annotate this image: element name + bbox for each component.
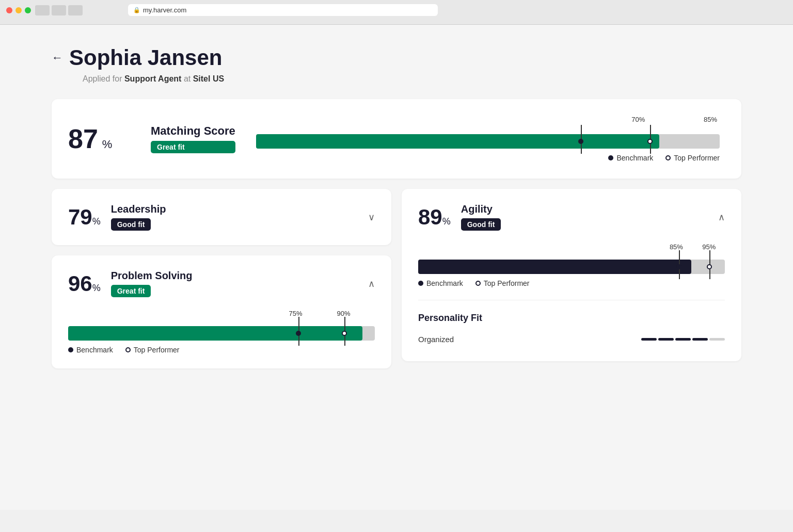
- at-text: at: [181, 74, 193, 83]
- left-column: 79 % Leadership Good fit ∨: [52, 189, 391, 368]
- agility-benchmark-legend-dot: [418, 281, 423, 286]
- agility-score: 89: [418, 205, 442, 230]
- problem-solving-info: Problem Solving Great fit: [111, 270, 193, 297]
- problem-solving-header: 96 % Problem Solving Great fit ∧: [68, 270, 375, 297]
- back-nav-button[interactable]: [35, 5, 50, 15]
- agility-divider: [418, 300, 725, 300]
- agility-badge: Good fit: [461, 218, 501, 231]
- agility-score-area: 89 %: [418, 205, 451, 230]
- nav-buttons: [35, 5, 83, 15]
- agility-left: 89 % Agility Good fit: [418, 203, 501, 231]
- minimize-button[interactable]: [15, 7, 22, 13]
- applied-prefix: Applied for: [83, 74, 124, 83]
- ps-bar-legend: Benchmark Top Performer: [68, 346, 375, 354]
- matching-score-card: 87 % Matching Score Great fit 70% 85%: [52, 99, 741, 179]
- agility-bar-legend: Benchmark Top Performer: [418, 279, 725, 287]
- ps-bar-fill: [68, 326, 362, 341]
- top-performer-legend: Top Performer: [665, 154, 720, 162]
- matching-score-percent: %: [102, 138, 113, 151]
- back-arrow-button[interactable]: ←: [52, 51, 63, 65]
- score-section: 87 %: [68, 123, 130, 154]
- personality-fit-section: Personality Fit Organized: [418, 313, 725, 347]
- ps-top-performer-legend: Top Performer: [125, 346, 180, 354]
- right-column: 89 % Agility Good fit ∧ 85% 95%: [402, 189, 741, 368]
- leadership-name: Leadership: [111, 203, 166, 215]
- refresh-button[interactable]: [68, 5, 83, 15]
- agility-benchmark-legend-label: Benchmark: [426, 279, 463, 287]
- benchmark-legend-dot: [608, 155, 613, 160]
- lock-icon: 🔒: [133, 7, 140, 13]
- bar-fill: [256, 134, 659, 149]
- matching-score-label: Matching Score: [151, 124, 235, 138]
- top-performer-dot: [647, 139, 653, 144]
- agility-benchmark-label: 85%: [670, 243, 683, 251]
- forward-nav-button[interactable]: [52, 5, 66, 15]
- leadership-percent: %: [92, 216, 101, 227]
- ps-benchmark-legend: Benchmark: [68, 346, 113, 354]
- ps-benchmark-label: 75%: [289, 310, 303, 317]
- address-bar[interactable]: 🔒 my.harver.com: [128, 4, 438, 16]
- agility-header: 89 % Agility Good fit ∧: [418, 203, 725, 231]
- traffic-lights: [6, 7, 31, 13]
- leadership-score-area: 79 %: [68, 205, 101, 230]
- bar-legend: Benchmark Top Performer: [256, 154, 720, 162]
- top-performer-legend-label: Top Performer: [674, 154, 720, 162]
- url-text: my.harver.com: [143, 6, 186, 14]
- leadership-score: 79: [68, 205, 92, 230]
- p-bar-3: [675, 338, 691, 341]
- matching-score-number: 87: [68, 123, 98, 154]
- matching-bar-area: 70% 85% Benchmark Top P: [256, 116, 725, 162]
- p-bar-4: [692, 338, 708, 341]
- score-info: Matching Score Great fit: [151, 124, 235, 153]
- top-performer-label: 85%: [704, 116, 717, 123]
- agility-name: Agility: [461, 203, 501, 215]
- leadership-chevron-icon[interactable]: ∨: [368, 212, 375, 223]
- agility-bar-fill: [418, 260, 691, 274]
- problem-solving-card: 96 % Problem Solving Great fit ∧ 75%: [52, 255, 391, 368]
- page-header: ← Sophia Jansen Applied for Support Agen…: [52, 45, 741, 84]
- leadership-left: 79 % Leadership Good fit: [68, 203, 166, 231]
- personality-bars: [641, 338, 725, 341]
- leadership-card: 79 % Leadership Good fit ∨: [52, 189, 391, 245]
- benchmark-label: 70%: [631, 116, 645, 123]
- ps-benchmark-legend-label: Benchmark: [76, 346, 113, 354]
- problem-solving-chevron-icon[interactable]: ∧: [368, 278, 375, 289]
- applied-info: Applied for Support Agent at Sitel US: [83, 74, 741, 84]
- top-performer-legend-dot: [665, 155, 671, 160]
- personality-organized-label: Organized: [418, 335, 454, 344]
- ps-benchmark-dot: [296, 331, 301, 336]
- ps-marker-labels: 75% 90%: [68, 310, 375, 324]
- matching-bar-container: [256, 134, 720, 149]
- agility-top-performer-dot: [707, 264, 712, 269]
- problem-solving-bar-area: 75% 90% Benchmark: [68, 310, 375, 354]
- agility-top-performer-legend-dot: [475, 281, 481, 286]
- p-bar-5: [709, 338, 725, 341]
- personality-title: Personality Fit: [418, 313, 725, 324]
- matching-score-badge: Great fit: [151, 141, 235, 153]
- problem-solving-left: 96 % Problem Solving Great fit: [68, 270, 193, 297]
- benchmark-legend: Benchmark: [608, 154, 653, 162]
- problem-solving-score-area: 96 %: [68, 271, 101, 296]
- agility-chevron-icon[interactable]: ∧: [718, 212, 725, 223]
- ps-top-performer-legend-label: Top Performer: [134, 346, 180, 354]
- p-bar-2: [658, 338, 674, 341]
- two-col-layout: 79 % Leadership Good fit ∨: [52, 189, 741, 368]
- ps-benchmark-legend-dot: [68, 347, 73, 352]
- problem-solving-badge: Great fit: [111, 285, 151, 297]
- ps-top-performer-label: 90%: [337, 310, 351, 317]
- fullscreen-button[interactable]: [25, 7, 31, 13]
- leadership-info: Leadership Good fit: [111, 203, 166, 231]
- agility-info: Agility Good fit: [461, 203, 501, 231]
- agility-top-performer-legend-label: Top Performer: [484, 279, 530, 287]
- leadership-badge: Good fit: [111, 218, 151, 231]
- browser-chrome: 🔒 my.harver.com: [0, 0, 793, 25]
- problem-solving-percent: %: [92, 283, 101, 294]
- agility-percent: %: [442, 216, 451, 227]
- close-button[interactable]: [6, 7, 12, 13]
- agility-bar-container: [418, 260, 725, 274]
- personality-row-organized: Organized: [418, 332, 725, 347]
- problem-solving-name: Problem Solving: [111, 270, 193, 282]
- benchmark-dot: [578, 139, 583, 144]
- agility-benchmark-legend: Benchmark: [418, 279, 463, 287]
- agility-top-performer-label: 95%: [702, 243, 716, 251]
